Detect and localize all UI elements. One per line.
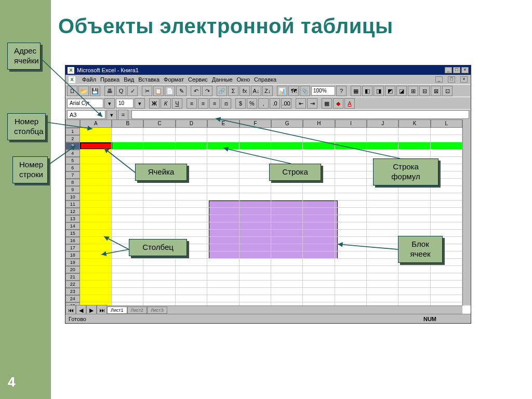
cell[interactable] (303, 157, 335, 164)
horizontal-scrollbar[interactable]: ⏮ ◀ ▶ ⏭ Лист1 Лист2 Лист3 (65, 305, 462, 314)
cell[interactable] (271, 186, 303, 193)
cell[interactable] (367, 150, 398, 157)
doc-minimize-button[interactable]: _ (435, 76, 443, 83)
cell[interactable] (176, 157, 207, 164)
sheet-tab[interactable]: Лист2 (127, 307, 148, 314)
menu-item-help[interactable]: Справка (254, 76, 276, 83)
cell[interactable] (207, 157, 239, 164)
cell[interactable] (240, 295, 271, 302)
cell[interactable] (176, 150, 207, 157)
toolbar-standard[interactable]: 🗋 📂 💾 🖶 Q ✓ ✂ 📋 📄 ✎ ↶ ↷ 🔗 Σ fx A↓ Z↓ 📊 🗺… (65, 84, 471, 97)
cell[interactable] (112, 273, 143, 281)
cell[interactable] (207, 259, 239, 266)
row-header[interactable]: 2 (65, 135, 80, 142)
cell[interactable] (240, 251, 271, 259)
cell[interactable] (303, 186, 335, 193)
row-header[interactable]: 20 (65, 266, 80, 273)
cell[interactable] (367, 230, 398, 237)
cell[interactable] (143, 222, 175, 230)
col-header[interactable]: F (240, 119, 271, 128)
cell[interactable] (303, 230, 335, 237)
cell[interactable] (80, 164, 112, 171)
minimize-button[interactable]: _ (445, 67, 452, 73)
col-header[interactable]: H (303, 119, 335, 128)
zoom-box[interactable]: 100% (311, 86, 335, 96)
cell[interactable] (80, 142, 112, 150)
cell[interactable] (367, 208, 398, 215)
cell[interactable] (112, 259, 143, 266)
cell[interactable] (431, 222, 462, 230)
cell[interactable] (303, 215, 335, 222)
cell[interactable] (335, 295, 367, 302)
cell[interactable] (240, 171, 271, 179)
cell[interactable] (143, 157, 175, 164)
name-box[interactable]: A3 (67, 110, 105, 119)
tab-scroll-first[interactable]: ⏮ (65, 305, 76, 314)
cell[interactable] (335, 251, 367, 259)
cell[interactable] (271, 215, 303, 222)
cell[interactable] (303, 244, 335, 251)
cell[interactable] (80, 244, 112, 251)
menu-bar[interactable]: X Файл Правка Вид Вставка Формат Сервис … (65, 75, 471, 84)
cell[interactable] (271, 201, 303, 208)
toolbar-button[interactable]: ⊡ (442, 86, 453, 96)
toolbar-button[interactable]: 📊 (277, 86, 287, 96)
row-header[interactable]: 21 (65, 273, 80, 281)
cell[interactable] (176, 208, 207, 215)
percent-button[interactable]: % (247, 98, 257, 109)
row-header[interactable]: 5 (65, 157, 80, 164)
cell[interactable] (367, 142, 398, 150)
cell[interactable] (80, 266, 112, 273)
cell[interactable] (335, 244, 367, 251)
cell[interactable] (398, 193, 430, 201)
cell[interactable] (80, 215, 112, 222)
cell[interactable] (143, 193, 175, 201)
row-header[interactable]: 12 (65, 208, 80, 215)
cell[interactable] (431, 266, 462, 273)
cell[interactable] (207, 208, 239, 215)
cell[interactable] (335, 142, 367, 150)
sheet-tab[interactable]: Лист1 (107, 307, 127, 314)
align-left-button[interactable]: ≡ (187, 98, 197, 109)
cell[interactable] (398, 135, 430, 142)
toolbar-button[interactable]: ⊟ (419, 86, 430, 96)
menu-item-format[interactable]: Формат (164, 76, 184, 83)
cell[interactable] (303, 128, 335, 135)
cell[interactable] (271, 281, 303, 288)
cell[interactable] (367, 244, 398, 251)
cell[interactable] (112, 222, 143, 230)
cell[interactable] (367, 237, 398, 244)
cell[interactable] (112, 128, 143, 135)
toolbar-button[interactable]: ▦ (351, 86, 361, 96)
rows-area[interactable]: 1234567891011121314151617181920212223242… (65, 128, 462, 305)
bold-button[interactable]: Ж (149, 98, 159, 109)
cell[interactable] (207, 179, 239, 186)
cell[interactable] (176, 193, 207, 201)
cell[interactable] (303, 273, 335, 281)
doc-maximize-button[interactable]: □ (448, 76, 455, 83)
select-all-corner[interactable] (65, 119, 80, 128)
col-header[interactable]: D (176, 119, 207, 128)
cell[interactable] (143, 295, 175, 302)
cell[interactable] (335, 128, 367, 135)
cell[interactable] (431, 150, 462, 157)
cell[interactable] (112, 150, 143, 157)
cell[interactable] (398, 266, 430, 273)
cell[interactable] (335, 230, 367, 237)
cell[interactable] (143, 281, 175, 288)
row-header[interactable]: 1 (65, 128, 80, 135)
tab-scroll-prev[interactable]: ◀ (76, 305, 86, 314)
cell[interactable] (303, 237, 335, 244)
cell[interactable] (335, 164, 367, 171)
font-dd-icon[interactable]: ▾ (104, 98, 115, 109)
cell[interactable] (176, 295, 207, 302)
toolbar-button[interactable]: 💾 (90, 86, 100, 96)
cell[interactable] (335, 150, 367, 157)
cell[interactable] (176, 273, 207, 281)
toolbar-button[interactable]: ◨ (374, 86, 384, 96)
cell[interactable] (207, 273, 239, 281)
cell[interactable] (240, 201, 271, 208)
maximize-button[interactable]: □ (453, 67, 460, 73)
cell[interactable] (80, 135, 112, 142)
cell[interactable] (240, 244, 271, 251)
